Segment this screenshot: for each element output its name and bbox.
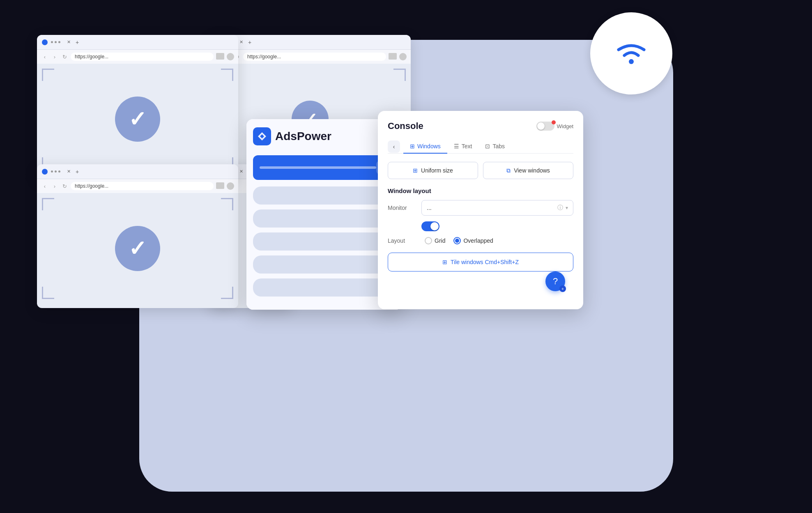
help-plus-icon: + xyxy=(559,285,566,292)
wifi-circle xyxy=(590,12,672,94)
browser-window-bottom-left: ✕ + ‹ › ↻ https://google... ✓ xyxy=(37,164,238,308)
layout-toggle-thumb xyxy=(430,222,439,230)
browser-titlebar-tr: ✕ + xyxy=(209,35,411,50)
layout-grid-radio[interactable] xyxy=(425,237,432,244)
layout-overlapped-dot xyxy=(455,239,459,243)
refresh-icon-bl[interactable]: ↻ xyxy=(61,183,68,189)
profile-item-4[interactable] xyxy=(253,255,396,274)
check-circle-bl: ✓ xyxy=(115,226,160,271)
profile-search-bar xyxy=(260,166,376,169)
browser-window-top-left: ✕ + ‹ › ↻ https://google... ✓ xyxy=(37,35,238,179)
tab-windows[interactable]: ⊞ Windows xyxy=(403,140,447,154)
tile-windows-label: Tile windows Cmd+Shift+Z xyxy=(451,259,519,265)
widget-toggle[interactable]: Widget xyxy=(536,122,573,131)
profile-item-1[interactable] xyxy=(253,186,396,205)
forward-nav-icon-bl[interactable]: › xyxy=(51,183,58,189)
layout-grid-option[interactable]: Grid xyxy=(425,237,445,244)
browser-titlebar-tl: ✕ + xyxy=(37,35,238,50)
layout-overlapped-radio[interactable] xyxy=(453,237,461,244)
view-windows-button[interactable]: ⧉ View windows xyxy=(483,162,573,179)
close-icon-br[interactable]: ✕ xyxy=(239,169,243,174)
logo-text: AdsPower xyxy=(275,130,331,143)
widget-toggle-thumb xyxy=(537,122,545,130)
url-bar-bl[interactable]: https://google... xyxy=(71,182,214,190)
url-bar-tl[interactable]: https://google... xyxy=(71,53,214,61)
browser-ext-icons-bl xyxy=(216,182,234,190)
monitor-select[interactable]: ... ⓘ ▾ xyxy=(421,200,573,216)
browser-favicon xyxy=(42,39,48,45)
layout-label: Layout xyxy=(388,237,416,244)
new-tab-icon-tr[interactable]: + xyxy=(248,39,251,46)
browser-dots-bl xyxy=(51,170,60,173)
console-panel: Console Widget ‹ ⊞ Windows ☰ Text ⊡ T xyxy=(378,111,583,309)
tile-windows-icon: ⊞ xyxy=(442,259,447,265)
uniform-size-icon: ⊞ xyxy=(413,167,418,174)
console-title: Console xyxy=(388,121,423,131)
toggle-row xyxy=(388,221,573,231)
uniform-size-button[interactable]: ⊞ Uniform size xyxy=(388,162,478,179)
chevron-down-icon: ▾ xyxy=(566,205,568,211)
tab-tabs[interactable]: ⊡ Tabs xyxy=(478,140,511,154)
browser-ext-icons-tr xyxy=(389,53,407,60)
browser-dots xyxy=(51,41,60,43)
browser-toolbar-tl: ‹ › ↻ https://google... xyxy=(37,50,238,64)
info-icon: ⓘ xyxy=(557,204,563,212)
browser-toolbar-tr: ‹ › ↻ https://google... xyxy=(209,50,411,64)
ext-icon-circle xyxy=(227,53,234,60)
scene: ✕ + ‹ › ↻ https://google... ✓ xyxy=(0,0,812,513)
tab-text[interactable]: ☰ Text xyxy=(447,140,479,154)
monitor-row: Monitor ... ⓘ ▾ xyxy=(388,200,573,216)
monitor-label: Monitor xyxy=(388,205,416,211)
forward-nav-icon[interactable]: › xyxy=(51,54,58,60)
logo-icon xyxy=(253,127,271,145)
browser-favicon-bl xyxy=(42,169,48,175)
new-tab-icon[interactable]: + xyxy=(76,39,79,46)
back-nav-icon[interactable]: ‹ xyxy=(41,54,48,60)
back-nav-icon-bl[interactable]: ‹ xyxy=(41,183,48,189)
layout-grid-label: Grid xyxy=(435,237,445,244)
check-circle-tl: ✓ xyxy=(115,97,160,142)
windows-tab-icon: ⊞ xyxy=(410,143,415,150)
layout-toggle[interactable] xyxy=(421,221,439,231)
browser-content-bl: ✓ xyxy=(37,193,238,304)
profile-item-3[interactable] xyxy=(253,232,396,251)
close-icon[interactable]: ✕ xyxy=(67,39,71,45)
wifi-icon xyxy=(613,38,650,69)
profile-item-2[interactable] xyxy=(253,209,396,228)
close-icon-bl[interactable]: ✕ xyxy=(67,169,71,174)
browser-content-tl: ✓ xyxy=(37,64,238,175)
ext-icon-sq-tr xyxy=(389,53,397,60)
uniform-size-label: Uniform size xyxy=(421,167,453,174)
help-button[interactable]: ? + xyxy=(545,271,565,291)
tile-windows-button[interactable]: ⊞ Tile windows Cmd+Shift+Z xyxy=(388,253,573,271)
back-button[interactable]: ‹ xyxy=(388,140,400,153)
profile-add-button[interactable] xyxy=(253,155,396,180)
window-layout-section-label: Window layout xyxy=(388,187,573,194)
tabs-tab-icon: ⊡ xyxy=(485,143,490,150)
profile-item-5[interactable] xyxy=(253,278,396,297)
ext-icon-sq xyxy=(216,53,224,60)
url-bar-tr[interactable]: https://google... xyxy=(243,53,386,61)
text-tab-icon: ☰ xyxy=(454,143,459,150)
new-tab-icon-bl[interactable]: + xyxy=(76,168,79,175)
ext-icon-sq-bl xyxy=(216,182,224,189)
monitor-select-value: ... xyxy=(427,205,432,211)
view-windows-icon: ⧉ xyxy=(506,167,511,174)
console-header: Console Widget xyxy=(388,121,573,131)
layout-overlapped-label: Overlapped xyxy=(463,237,493,244)
svg-point-0 xyxy=(629,59,634,64)
windows-tab-label: Windows xyxy=(417,143,441,150)
ext-icon-circle-bl xyxy=(227,182,234,190)
adspower-logo: AdsPower xyxy=(253,127,396,145)
widget-toggle-track[interactable] xyxy=(536,122,554,131)
widget-notification-dot xyxy=(552,120,556,124)
browser-toolbar-bl: ‹ › ↻ https://google... xyxy=(37,179,238,193)
refresh-icon[interactable]: ↻ xyxy=(61,54,68,60)
tabs-tab-label: Tabs xyxy=(492,143,505,150)
browser-ext-icons xyxy=(216,53,234,60)
close-icon-tr[interactable]: ✕ xyxy=(239,39,243,45)
widget-label: Widget xyxy=(557,123,573,129)
layout-overlapped-option[interactable]: Overlapped xyxy=(453,237,493,244)
text-tab-label: Text xyxy=(462,143,472,150)
help-icon: ? xyxy=(553,276,558,287)
